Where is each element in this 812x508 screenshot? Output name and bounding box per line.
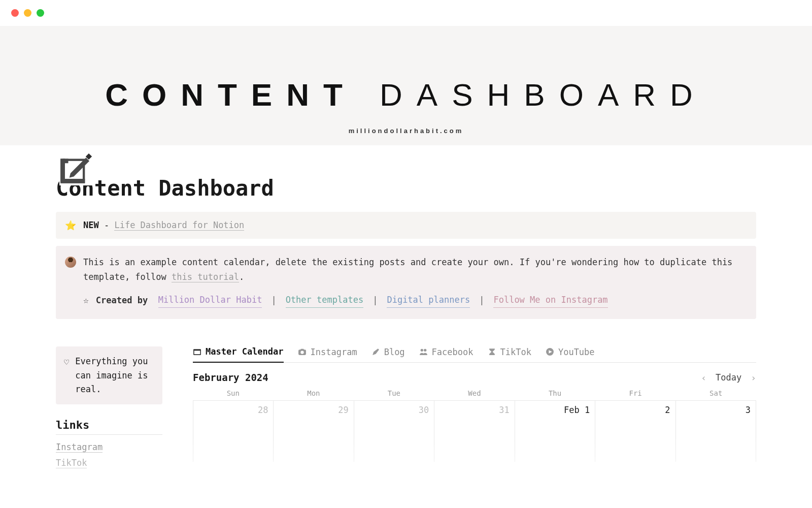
svg-rect-9: [300, 349, 303, 351]
pipe: |: [271, 293, 276, 308]
page-cover: CONTENT DASHBOARD milliondollarhabit.com: [0, 26, 812, 145]
page-icon-edit-overlay[interactable]: [59, 150, 95, 185]
dow-wed: Wed: [434, 389, 515, 397]
creator-link[interactable]: Million Dollar Habit: [158, 293, 262, 308]
callout-new: ⭐ NEW - Life Dashboard for Notion: [56, 212, 756, 239]
sidebar-link-instagram[interactable]: Instagram: [56, 442, 103, 453]
new-badge: NEW: [83, 220, 99, 230]
heart-icon: ♡: [64, 356, 69, 396]
calendar-month-label: February 2024: [193, 372, 268, 383]
author-avatar: [65, 257, 76, 268]
calendar-dow-row: Sun Mon Tue Wed Thu Fri Sat: [193, 389, 756, 400]
dow-fri: Fri: [595, 389, 676, 397]
calendar-cell[interactable]: 30: [354, 401, 434, 462]
callout-info-text-b: .: [239, 272, 244, 282]
calendar-cell[interactable]: 31: [434, 401, 515, 462]
view-tabs: Master Calendar Instagram Blog Facebook …: [193, 346, 756, 363]
quote-callout: ♡ Everything you can imagine is real.: [56, 346, 162, 404]
calendar-cell[interactable]: 3: [676, 401, 756, 462]
cover-title-bold: CONTENT: [105, 77, 357, 112]
prev-month-button[interactable]: ‹: [701, 372, 706, 383]
tab-label: TikTok: [500, 347, 531, 357]
tab-label: YouTube: [558, 347, 595, 357]
svg-rect-6: [194, 351, 200, 354]
star-outline-icon: ☆: [83, 293, 89, 308]
svg-point-10: [420, 349, 423, 352]
quote-text: Everything you can imagine is real.: [75, 355, 154, 396]
play-icon: [546, 347, 554, 356]
pencil-icon: [371, 347, 380, 356]
minimize-window-button[interactable]: [24, 9, 31, 17]
digital-planners-link[interactable]: Digital planners: [387, 293, 470, 308]
calendar-cell[interactable]: Feb 1: [515, 401, 595, 462]
calendar-week-row: 28 29 30 31 Feb 1 2 3: [193, 400, 756, 462]
dow-sun: Sun: [193, 389, 274, 397]
follow-instagram-link[interactable]: Follow Me on Instagram: [493, 293, 607, 308]
star-icon: ⭐: [65, 220, 76, 231]
cover-title-light: DASHBOARD: [380, 77, 707, 112]
tab-youtube[interactable]: YouTube: [546, 347, 595, 362]
people-icon: [419, 347, 428, 356]
svg-point-11: [424, 349, 426, 352]
hourglass-icon: [488, 347, 496, 356]
other-templates-link[interactable]: Other templates: [286, 293, 364, 308]
tab-label: Facebook: [432, 347, 473, 357]
today-button[interactable]: Today: [716, 372, 741, 383]
pipe: |: [373, 293, 378, 308]
dow-mon: Mon: [274, 389, 354, 397]
tab-tiktok[interactable]: TikTok: [488, 347, 531, 362]
tab-facebook[interactable]: Facebook: [419, 347, 473, 362]
tab-label: Instagram: [311, 347, 357, 357]
cover-title: CONTENT DASHBOARD: [0, 26, 812, 113]
tab-blog[interactable]: Blog: [371, 347, 405, 362]
next-month-button[interactable]: ›: [751, 372, 756, 383]
life-dashboard-link[interactable]: Life Dashboard for Notion: [114, 220, 244, 231]
camera-icon: [298, 347, 307, 356]
window-traffic-lights: [0, 0, 812, 26]
tab-master-calendar[interactable]: Master Calendar: [193, 346, 284, 363]
calendar-icon: [193, 347, 201, 356]
pipe: |: [479, 293, 484, 308]
calendar-cell[interactable]: 2: [595, 401, 675, 462]
page-title: Content Dashboard: [56, 176, 756, 201]
cover-subtitle: milliondollarhabit.com: [0, 127, 812, 135]
dash: -: [99, 220, 115, 230]
tab-label: Master Calendar: [206, 346, 284, 357]
dow-thu: Thu: [515, 389, 595, 397]
maximize-window-button[interactable]: [37, 9, 44, 17]
tutorial-link[interactable]: this tutorial: [172, 272, 239, 282]
sidebar-link-tiktok[interactable]: TikTok: [56, 458, 87, 468]
dow-sat: Sat: [675, 389, 756, 397]
links-heading: links: [56, 419, 162, 435]
calendar-cell[interactable]: 28: [193, 401, 274, 462]
callout-info: This is an example content calendar, del…: [56, 246, 756, 319]
close-window-button[interactable]: [11, 9, 19, 17]
tab-label: Blog: [384, 347, 405, 357]
dow-tue: Tue: [354, 389, 434, 397]
tab-instagram[interactable]: Instagram: [298, 347, 357, 362]
svg-point-8: [300, 351, 303, 354]
calendar-cell[interactable]: 29: [274, 401, 354, 462]
created-by-label: Created by: [96, 293, 148, 308]
